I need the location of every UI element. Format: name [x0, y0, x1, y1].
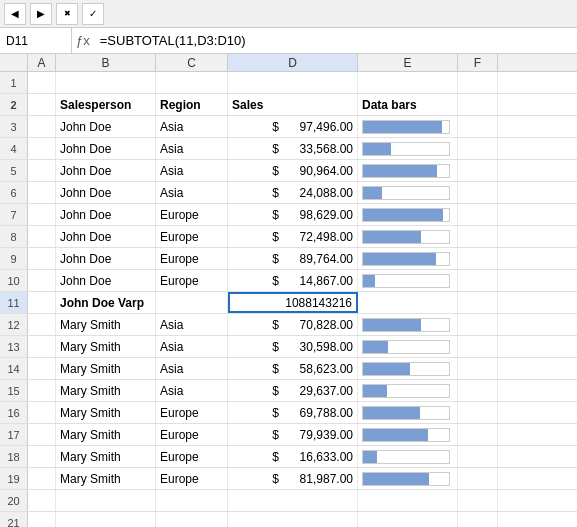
cell-13a[interactable]	[28, 336, 56, 357]
cell-region[interactable]: Europe	[156, 468, 228, 489]
cell-region[interactable]: Europe	[156, 446, 228, 467]
cell-8a[interactable]	[28, 226, 56, 247]
cell-2c[interactable]: Region	[156, 94, 228, 115]
cell-region[interactable]: Asia	[156, 336, 228, 357]
cell-f[interactable]	[458, 336, 498, 357]
formula-text[interactable]: =SUBTOTAL(11,D3:D10)	[94, 33, 577, 48]
cell-3a[interactable]	[28, 116, 56, 137]
cell-1f[interactable]	[458, 72, 498, 93]
empty-cell[interactable]	[458, 490, 498, 511]
cell-sales[interactable]: $16,633.00	[228, 446, 358, 467]
cell-sales[interactable]: $24,088.00	[228, 182, 358, 203]
cell-sales[interactable]: $14,867.00	[228, 270, 358, 291]
empty-cell[interactable]	[458, 512, 498, 527]
cell-salesperson[interactable]: Mary Smith	[56, 402, 156, 423]
cell-f[interactable]	[458, 138, 498, 159]
cell-region[interactable]: Asia	[156, 116, 228, 137]
cell-f[interactable]	[458, 380, 498, 401]
cell-salesperson[interactable]: John Doe	[56, 138, 156, 159]
cell-subtotal-value[interactable]: 1088143216	[228, 292, 358, 313]
cell-sales[interactable]: $29,637.00	[228, 380, 358, 401]
toolbar-btn-4[interactable]: ✓	[82, 3, 104, 25]
cell-2e[interactable]: Data bars	[358, 94, 458, 115]
cell-sales[interactable]: $58,623.00	[228, 358, 358, 379]
cell-sales[interactable]: $69,788.00	[228, 402, 358, 423]
name-box[interactable]: D11	[0, 28, 72, 53]
cell-2d[interactable]: Sales	[228, 94, 358, 115]
empty-cell[interactable]	[358, 490, 458, 511]
cell-1c[interactable]	[156, 72, 228, 93]
cell-15a[interactable]	[28, 380, 56, 401]
cell-region[interactable]: Asia	[156, 138, 228, 159]
cell-region[interactable]: Asia	[156, 314, 228, 335]
cell-region[interactable]: Europe	[156, 270, 228, 291]
cell-f[interactable]	[458, 116, 498, 137]
cell-f[interactable]	[458, 424, 498, 445]
cell-region[interactable]: Europe	[156, 204, 228, 225]
cell-sales[interactable]: $89,764.00	[228, 248, 358, 269]
col-header-a[interactable]: A	[28, 54, 56, 71]
cell-salesperson[interactable]: John Doe	[56, 182, 156, 203]
cell-subtotal-f[interactable]	[458, 292, 498, 313]
cell-region[interactable]: Europe	[156, 402, 228, 423]
empty-cell[interactable]	[156, 490, 228, 511]
cell-sales[interactable]: $72,498.00	[228, 226, 358, 247]
cell-6a[interactable]	[28, 182, 56, 203]
cell-2b[interactable]: Salesperson	[56, 94, 156, 115]
cell-f[interactable]	[458, 182, 498, 203]
cell-sales[interactable]: $97,496.00	[228, 116, 358, 137]
col-header-d[interactable]: D	[228, 54, 358, 71]
cell-salesperson[interactable]: Mary Smith	[56, 468, 156, 489]
cell-f[interactable]	[458, 248, 498, 269]
cell-1b[interactable]	[56, 72, 156, 93]
empty-cell[interactable]	[358, 512, 458, 527]
cell-14a[interactable]	[28, 358, 56, 379]
cell-salesperson[interactable]: Mary Smith	[56, 380, 156, 401]
cell-region[interactable]: Asia	[156, 380, 228, 401]
cell-region[interactable]: Europe	[156, 248, 228, 269]
cell-sales[interactable]: $98,629.00	[228, 204, 358, 225]
cell-2a[interactable]	[28, 94, 56, 115]
cell-10a[interactable]	[28, 270, 56, 291]
cell-subtotal-a[interactable]	[28, 292, 56, 313]
cell-salesperson[interactable]: Mary Smith	[56, 336, 156, 357]
cell-16a[interactable]	[28, 402, 56, 423]
cell-region[interactable]: Asia	[156, 160, 228, 181]
cell-subtotal-label[interactable]: John Doe Varp	[56, 292, 156, 313]
cell-region[interactable]: Asia	[156, 182, 228, 203]
cell-f[interactable]	[458, 204, 498, 225]
toolbar-btn-2[interactable]: ▶	[30, 3, 52, 25]
cell-1e[interactable]	[358, 72, 458, 93]
cell-salesperson[interactable]: Mary Smith	[56, 446, 156, 467]
cell-5a[interactable]	[28, 160, 56, 181]
cell-sales[interactable]: $90,964.00	[228, 160, 358, 181]
toolbar-btn-1[interactable]: ◀	[4, 3, 26, 25]
empty-cell[interactable]	[56, 512, 156, 527]
empty-cell[interactable]	[156, 512, 228, 527]
col-header-c[interactable]: C	[156, 54, 228, 71]
empty-cell[interactable]	[228, 512, 358, 527]
cell-region[interactable]: Europe	[156, 424, 228, 445]
col-header-f[interactable]: F	[458, 54, 498, 71]
cell-2f[interactable]	[458, 94, 498, 115]
empty-cell[interactable]	[28, 490, 56, 511]
cell-18a[interactable]	[28, 446, 56, 467]
cell-f[interactable]	[458, 468, 498, 489]
cell-12a[interactable]	[28, 314, 56, 335]
col-header-e[interactable]: E	[358, 54, 458, 71]
cell-f[interactable]	[458, 270, 498, 291]
cell-salesperson[interactable]: John Doe	[56, 248, 156, 269]
cell-f[interactable]	[458, 358, 498, 379]
col-header-b[interactable]: B	[56, 54, 156, 71]
cell-9a[interactable]	[28, 248, 56, 269]
toolbar-btn-3[interactable]: ✖	[56, 3, 78, 25]
cell-f[interactable]	[458, 226, 498, 247]
cell-1a[interactable]	[28, 72, 56, 93]
cell-subtotal-c[interactable]	[156, 292, 228, 313]
cell-sales[interactable]: $79,939.00	[228, 424, 358, 445]
cell-salesperson[interactable]: John Doe	[56, 226, 156, 247]
cell-salesperson[interactable]: John Doe	[56, 204, 156, 225]
cell-f[interactable]	[458, 160, 498, 181]
cell-region[interactable]: Europe	[156, 226, 228, 247]
cell-salesperson[interactable]: John Doe	[56, 270, 156, 291]
